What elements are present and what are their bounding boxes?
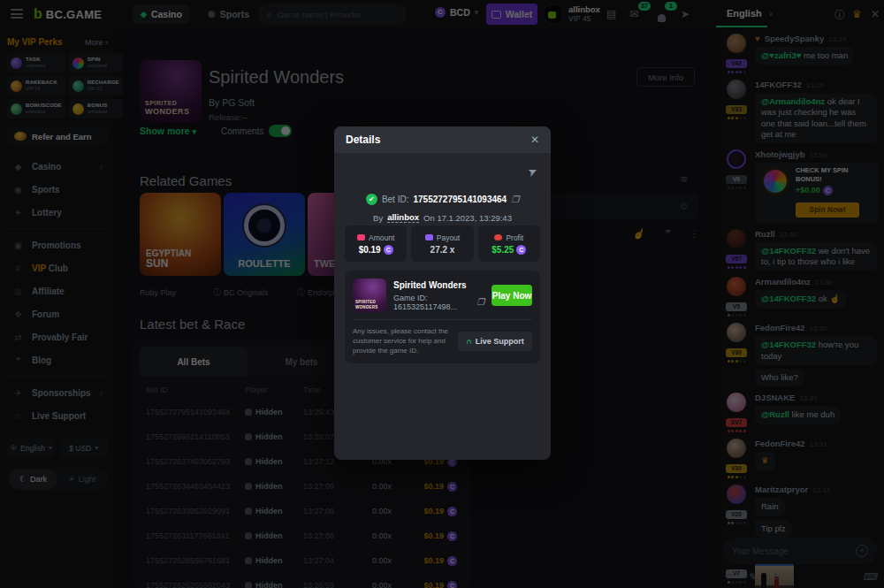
modal-title: Details bbox=[346, 134, 380, 146]
game-id: Game ID: 1615325117498... bbox=[393, 294, 473, 311]
bet-id-value: 1755272795141093464 bbox=[413, 195, 507, 204]
bet-stats: Amount $0.19C Payout 27.2 x Profit $5.25… bbox=[345, 225, 540, 262]
bet-by-row: By allinbox On 17.1.2023, 13:29:43 bbox=[334, 212, 551, 223]
verified-shield-icon: ✔ bbox=[366, 194, 377, 205]
headset-icon: ∩ bbox=[466, 337, 472, 346]
copy-icon[interactable]: ❐ bbox=[476, 297, 484, 307]
play-now-button[interactable]: Play Now bbox=[492, 285, 532, 306]
live-support-button[interactable]: ∩Live Support bbox=[458, 332, 532, 351]
wallet-icon bbox=[425, 234, 433, 241]
money-icon bbox=[357, 234, 365, 241]
bet-id-row: ✔ Bet ID: 1755272795141093464 ❐ bbox=[334, 194, 551, 205]
page: b BC.GAME ◆ Casino ◉ Sports ⌕ C BCD ▾ Wa… bbox=[0, 0, 884, 588]
copy-icon[interactable]: ❐ bbox=[511, 195, 519, 204]
stat-amount: Amount $0.19C bbox=[345, 225, 407, 262]
bet-player-link[interactable]: allinbox bbox=[387, 212, 419, 223]
support-note: Any issues, please contact the customer … bbox=[353, 327, 451, 355]
stat-payout: Payout 27.2 x bbox=[411, 225, 473, 262]
modal-game-name: Spirited Wonders bbox=[393, 280, 484, 290]
stat-profit: Profit $5.25C bbox=[478, 225, 540, 262]
share-icon[interactable]: ➤ bbox=[524, 164, 539, 179]
divider bbox=[353, 319, 532, 320]
moneybag-icon bbox=[494, 234, 502, 241]
close-icon[interactable]: ✕ bbox=[530, 134, 539, 146]
bcd-coin-icon: C bbox=[516, 245, 526, 255]
bet-details-modal: Details ✕ ➤ ✔ Bet ID: 175527279514109346… bbox=[334, 126, 551, 460]
modal-game-thumbnail[interactable]: SPIRITEDWONDERS bbox=[353, 279, 386, 312]
bcd-coin-icon: C bbox=[384, 245, 393, 255]
bet-datetime: On 17.1.2023, 13:29:43 bbox=[423, 213, 512, 223]
modal-header: Details ✕ bbox=[334, 126, 551, 153]
modal-game-card: SPIRITEDWONDERS Spirited Wonders Game ID… bbox=[345, 271, 540, 363]
